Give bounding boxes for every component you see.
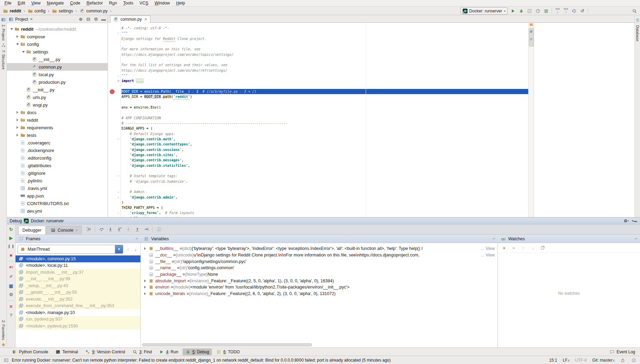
frame-row[interactable]: _setup, __init__.py:43 bbox=[16, 282, 140, 289]
step-into-button[interactable] bbox=[108, 226, 113, 233]
editor-surface[interactable]: ▿▵⊞▿▿▵▵▿ # -*- coding: utf-8 -*-"""Djang… bbox=[108, 23, 534, 217]
tree-item-productionpy[interactable]: production.py bbox=[7, 78, 108, 86]
variable-row[interactable]: 18__package__= {NoneType} None bbox=[141, 271, 498, 278]
run-button[interactable] bbox=[510, 8, 516, 14]
tree-closed-arrow-icon[interactable] bbox=[15, 111, 20, 114]
duplicate-watch-button[interactable] bbox=[540, 245, 545, 251]
evaluate-button[interactable] bbox=[156, 226, 162, 233]
changes-button[interactable] bbox=[543, 8, 550, 14]
frame-row[interactable]: run, pydevd.py:937 bbox=[16, 316, 140, 323]
mute-breakpoints-button[interactable] bbox=[8, 274, 14, 280]
chevron-down-icon[interactable] bbox=[30, 19, 33, 20]
tree-item-dockerignore[interactable]: .dockerignore bbox=[7, 146, 108, 154]
expand-arrow-icon[interactable] bbox=[144, 286, 148, 289]
error-stripe-mark[interactable] bbox=[530, 23, 533, 26]
toolwindow-button-9versioncontrol[interactable]: 9: Version Control bbox=[82, 348, 128, 355]
tree-item-docs[interactable]: docs bbox=[7, 109, 108, 116]
tree-item-pylintrc[interactable]: .pylintrc bbox=[7, 177, 108, 184]
step-out-button[interactable] bbox=[135, 226, 140, 233]
rerun-button[interactable]: ↻ bbox=[8, 226, 14, 232]
tree-item-urlspy[interactable]: urls.py bbox=[7, 93, 108, 101]
editor-scrollbar[interactable] bbox=[528, 23, 534, 217]
frame-row[interactable]: import_module, __init__.py:37 bbox=[16, 269, 140, 276]
help-button[interactable]: ? bbox=[8, 312, 14, 318]
coverage-button[interactable] bbox=[526, 8, 533, 14]
fold-marker-icon[interactable]: ▿ bbox=[117, 212, 120, 215]
view-breakpoints-button[interactable] bbox=[8, 264, 14, 271]
view-link[interactable]: ... View bbox=[479, 253, 495, 257]
fold-marker-icon[interactable]: ▿ bbox=[117, 32, 120, 35]
tree-item-devyml[interactable]: dev.yml bbox=[7, 207, 108, 215]
restore-layout-button[interactable]: ▦ bbox=[8, 283, 14, 289]
menu-vcs[interactable]: VCS bbox=[136, 0, 151, 6]
git-branch-widget[interactable]: Git: master⇵ bbox=[592, 358, 614, 363]
run-to-cursor-button[interactable] bbox=[144, 226, 149, 233]
expand-arrow-icon[interactable] bbox=[144, 292, 148, 295]
variable-row[interactable]: environ= {module} <module 'environ' from… bbox=[141, 284, 498, 291]
frame-row[interactable]: <module>, pydevd.py:1530 bbox=[16, 323, 140, 330]
variables-hscrollbar[interactable] bbox=[142, 343, 312, 346]
toolwindow-button-pythonconsole[interactable]: Python Console bbox=[9, 348, 51, 355]
vcs-push-button[interactable]: VCS↑ bbox=[562, 8, 569, 14]
history-button[interactable] bbox=[571, 8, 578, 14]
tree-item-compose[interactable]: compose bbox=[7, 33, 108, 40]
toolwindow-button-3find[interactable]: 3: Find bbox=[129, 348, 155, 355]
tree-item-localpy[interactable]: local.py bbox=[7, 71, 108, 78]
close-tab-icon[interactable]: ✕ bbox=[144, 17, 147, 22]
fold-marker-icon[interactable]: ▿ bbox=[117, 138, 120, 141]
variable-row[interactable]: 18__doc__= {unicode} u'\nDjango settings… bbox=[141, 252, 498, 259]
force-step-into-button[interactable] bbox=[126, 226, 131, 233]
tree-item-wsgipy[interactable]: wsgi.py bbox=[7, 101, 108, 109]
tab-common-py[interactable]: common.py ✕ bbox=[110, 16, 150, 23]
debug-button[interactable] bbox=[518, 8, 525, 14]
frame-row[interactable]: execute_from_command_line, __init__.py:3… bbox=[16, 303, 140, 310]
tree-item-settings[interactable]: settings bbox=[7, 48, 108, 55]
menu-run[interactable]: Run bbox=[106, 0, 120, 6]
toolwindow-toggle-icon[interactable] bbox=[3, 357, 9, 363]
breadcrumb-config[interactable]: config bbox=[27, 8, 46, 14]
frame-row[interactable]: <module>, local.py:11 bbox=[16, 262, 140, 269]
frame-row[interactable]: __getattr__, __init__.py:55 bbox=[16, 289, 140, 296]
tree-open-arrow-icon[interactable] bbox=[15, 43, 20, 45]
expand-arrow-icon[interactable] bbox=[144, 280, 148, 282]
frame-row[interactable]: execute, __init__.py:302 bbox=[16, 296, 140, 303]
stripe-button-1project[interactable]: 1: Project bbox=[1, 17, 6, 42]
step-into-my-code-button[interactable] bbox=[117, 226, 122, 233]
stripe-button-2favorites[interactable]: 2: Favorites bbox=[1, 318, 6, 347]
fold-marker-icon[interactable]: ⊞ bbox=[117, 79, 120, 82]
resume-button[interactable]: ▶ bbox=[8, 235, 14, 241]
event-log-button[interactable]: Event Log bbox=[617, 350, 635, 354]
profiler-button[interactable] bbox=[534, 8, 541, 14]
gear-button[interactable]: ⚙ bbox=[93, 17, 99, 22]
tree-item-reddit[interactable]: reddit bbox=[7, 116, 108, 124]
tree-item-coveragerc[interactable]: .coveragerc bbox=[7, 139, 108, 146]
tree-item-gitattributes[interactable]: .gitattributes bbox=[7, 162, 108, 169]
tree-open-arrow-icon[interactable] bbox=[21, 51, 26, 53]
collapse-all-button[interactable]: ⊟ bbox=[86, 17, 91, 22]
toolwindow-button-5debug[interactable]: 5: Debug bbox=[183, 348, 212, 355]
close-button[interactable]: ✕ bbox=[8, 304, 14, 309]
locate-button[interactable]: ⊕ bbox=[78, 17, 83, 22]
remove-watch-button[interactable]: − bbox=[511, 245, 516, 251]
tree-item-requirements[interactable]: requirements bbox=[7, 124, 108, 131]
tree-closed-arrow-icon[interactable] bbox=[15, 119, 20, 121]
toolwindow-button-6todo[interactable]: 6: TODO bbox=[213, 348, 243, 355]
breakpoint-icon[interactable] bbox=[110, 89, 115, 94]
tree-item-CONTRIBUTORStxt[interactable]: CONTRIBUTORS.txt bbox=[7, 200, 108, 207]
add-watch-button[interactable]: + bbox=[501, 245, 507, 251]
breadcrumb-settings[interactable]: settings bbox=[51, 8, 73, 14]
menu-view[interactable]: View bbox=[28, 0, 44, 6]
menu-window[interactable]: Window bbox=[151, 0, 173, 6]
tree-item-editorconfig[interactable]: .editorconfig bbox=[7, 154, 108, 162]
run-configuration-select[interactable]: dj Docker: runserver ▾ bbox=[461, 7, 508, 14]
lock-icon[interactable] bbox=[620, 357, 626, 363]
menu-navigate[interactable]: Navigate bbox=[44, 0, 67, 6]
toolwindow-button-terminal[interactable]: Terminal bbox=[52, 348, 81, 355]
hide-window-icon[interactable]: ▾▬ bbox=[632, 218, 637, 224]
step-over-button[interactable] bbox=[99, 226, 104, 233]
fold-marker-icon[interactable]: ▵ bbox=[117, 190, 120, 193]
settings-button[interactable]: ⚙ bbox=[8, 292, 14, 297]
tree-item-reddit[interactable]: reddit~/cookiecutter/reddit bbox=[7, 25, 108, 33]
frame-row[interactable]: <module>, common.py:15 bbox=[16, 255, 140, 262]
tree-open-arrow-icon[interactable] bbox=[9, 28, 14, 30]
